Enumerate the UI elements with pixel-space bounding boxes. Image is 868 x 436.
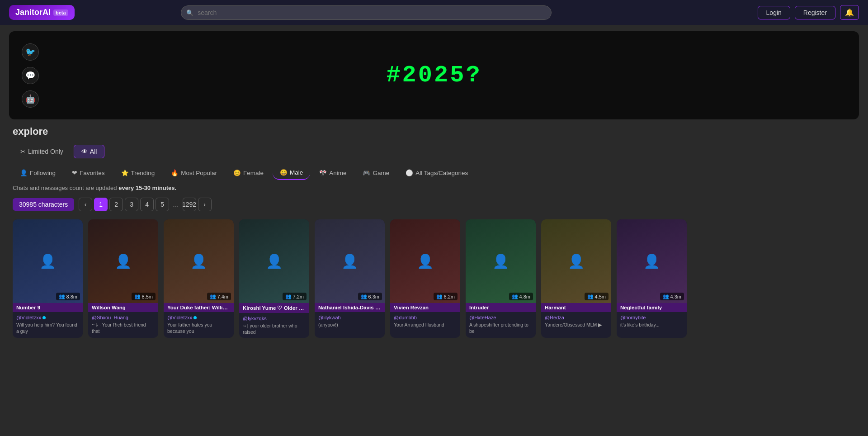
card-item[interactable]: 👤 👥 6.3m Nathaniel Ishida-Davis ~ re... … — [315, 219, 385, 338]
char-count-badge: 30985 characters — [13, 198, 74, 211]
card-placeholder-icon: 👤 — [341, 253, 358, 269]
notify-button[interactable]: 🔔 — [840, 5, 859, 20]
following-icon: 👤 — [20, 169, 28, 176]
author-name: @Redza_ — [545, 315, 567, 320]
search-input[interactable] — [181, 5, 552, 20]
card-bottom: @lilykwah (anypov!) — [315, 312, 385, 331]
tab-female[interactable]: 😊 Female — [226, 166, 271, 180]
stat-icon: 👥 — [663, 294, 669, 299]
tab-all-tags[interactable]: ⚪ All Tags/Categories — [398, 166, 475, 180]
card-placeholder: 👤 — [239, 219, 309, 303]
cards-grid: 👤 👥 8.8m Number 9 @Violetzxx Will you he… — [13, 219, 855, 342]
card-image-area: 👤 👥 4.5m — [541, 219, 611, 303]
next-page-button[interactable]: › — [198, 198, 212, 211]
anime-label: Anime — [329, 170, 346, 176]
card-placeholder: 👤 — [88, 219, 158, 303]
author-name: @Violetzxx — [167, 315, 192, 320]
card-item[interactable]: 👤 👥 4.5m Harmant @Redza_ Yandere/Obsesse… — [541, 219, 611, 338]
stat-icon: 👥 — [587, 294, 594, 299]
filter-tabs: ✂ Limited Only 👁 All — [13, 145, 855, 158]
card-desc: it's like's birthday... — [620, 322, 683, 328]
discord-link[interactable]: 💬 — [22, 67, 39, 84]
register-button[interactable]: Register — [795, 6, 835, 19]
card-item[interactable]: 👤 👥 8.8m Number 9 @Violetzxx Will you he… — [13, 219, 83, 338]
card-image-area: 👤 👥 4.3m — [617, 219, 687, 303]
explore-label: explore — [13, 126, 855, 137]
card-placeholder-icon: 👤 — [190, 253, 207, 269]
stat-value: 4.3m — [670, 294, 681, 299]
tab-male[interactable]: 😄 Male — [273, 166, 310, 180]
female-icon: 😊 — [233, 169, 241, 176]
card-item[interactable]: 👤 👥 4.8m Intruder @HxteHaze A shapeshift… — [466, 219, 536, 338]
filter-all[interactable]: 👁 All — [74, 145, 105, 158]
twitter-link[interactable]: 🐦 — [22, 43, 39, 61]
card-placeholder: 👤 — [315, 219, 385, 303]
tab-trending[interactable]: ⭐ Trending — [114, 166, 162, 180]
filter-limited[interactable]: ✂ Limited Only — [13, 145, 71, 158]
stat-icon: 👥 — [512, 294, 518, 299]
stat-icon: 👥 — [210, 294, 216, 299]
stat-icon: 👥 — [59, 294, 65, 299]
trending-label: Trending — [131, 170, 155, 176]
tab-favorites[interactable]: ❤ Favorites — [65, 166, 112, 180]
card-image-area: 👤 👥 7.2m — [239, 219, 309, 303]
card-author: @lykvzqks — [243, 316, 306, 321]
logo-text: JanitorAI — [15, 8, 51, 17]
card-placeholder-icon: 👤 — [417, 253, 434, 269]
stat-value: 7.2m — [293, 294, 304, 299]
card-image-area: 👤 👥 6.2m — [390, 219, 460, 303]
page-3-button[interactable]: 3 — [125, 198, 138, 211]
card-item[interactable]: 👤 👥 7.4m Your Duke father: William V... … — [164, 219, 234, 338]
page-4-button[interactable]: 4 — [140, 198, 154, 211]
card-desc: ·˖ | your older brother who raised — [243, 322, 306, 335]
anime-icon: 🎌 — [319, 169, 327, 176]
card-title: Nathaniel Ishida-Davis ~ re... — [315, 303, 385, 312]
all-tags-icon: ⚪ — [406, 169, 413, 176]
logo[interactable]: JanitorAI beta — [9, 5, 75, 20]
tab-most-popular[interactable]: 🔥 Most Popular — [164, 166, 224, 180]
stat-icon: 👥 — [361, 294, 367, 299]
tab-following[interactable]: 👤 Following — [13, 166, 63, 180]
card-stat: 👥 4.3m — [660, 293, 684, 300]
female-label: Female — [243, 170, 264, 176]
card-bottom: @lykvzqks ·˖ | your older brother who ra… — [239, 313, 309, 338]
card-desc: ~ ♭ · Your Rich best friend that — [92, 322, 155, 334]
login-button[interactable]: Login — [758, 6, 790, 19]
info-bar: Chats and messages count are updated eve… — [13, 185, 855, 191]
following-label: Following — [30, 170, 56, 176]
all-tags-label: All Tags/Categories — [415, 170, 468, 176]
card-item[interactable]: 👤 👥 8.5m Willson Wang @Shxou_Huang ~ ♭ ·… — [88, 219, 158, 338]
stat-value: 4.8m — [519, 294, 530, 299]
card-desc: Yandere/Obsessed MLM ▶ — [545, 322, 608, 328]
reddit-link[interactable]: 🤖 — [22, 90, 39, 108]
card-stat: 👥 6.2m — [434, 293, 458, 300]
stat-value: 7.4m — [217, 294, 228, 299]
logo-beta: beta — [53, 9, 68, 16]
search-bar-container: 🔍 — [181, 5, 552, 20]
card-stat: 👥 8.8m — [56, 293, 80, 300]
author-name: @Shxou_Huang — [92, 315, 128, 320]
card-bottom: @HxteHaze A shapeshifter pretending to b… — [466, 312, 536, 337]
popular-icon: 🔥 — [171, 169, 179, 176]
card-item[interactable]: 👤 👥 7.2m Kiroshi Yume ♡ Older brother @l… — [239, 219, 309, 338]
explore-section: explore ✂ Limited Only 👁 All 👤 Following… — [0, 126, 868, 342]
tab-game[interactable]: 🎮 Game — [355, 166, 396, 180]
card-placeholder: 👤 — [541, 219, 611, 303]
card-item[interactable]: 👤 👥 6.2m Vivien Revzan @dumbbb Your Arra… — [390, 219, 460, 338]
page-last-button[interactable]: 1292 — [183, 198, 196, 211]
card-title: Vivien Revzan — [390, 303, 460, 312]
info-bold: every 15-30 minutes. — [118, 185, 176, 191]
page-1-button[interactable]: 1 — [94, 198, 108, 211]
stat-icon: 👥 — [285, 294, 292, 299]
all-icon: 👁 — [81, 148, 88, 155]
tab-anime[interactable]: 🎌 Anime — [312, 166, 354, 180]
page-5-button[interactable]: 5 — [156, 198, 169, 211]
popular-label: Most Popular — [181, 170, 217, 176]
card-item[interactable]: 👤 👥 4.3m Neglectful family @hornybite it… — [617, 219, 687, 338]
author-name: @lilykwah — [318, 315, 341, 320]
card-placeholder: 👤 — [390, 219, 460, 303]
prev-page-button[interactable]: ‹ — [79, 198, 92, 211]
header: JanitorAI beta 🔍 Login Register 🔔 — [0, 0, 868, 25]
page-2-button[interactable]: 2 — [109, 198, 123, 211]
favorites-label: Favorites — [80, 170, 105, 176]
